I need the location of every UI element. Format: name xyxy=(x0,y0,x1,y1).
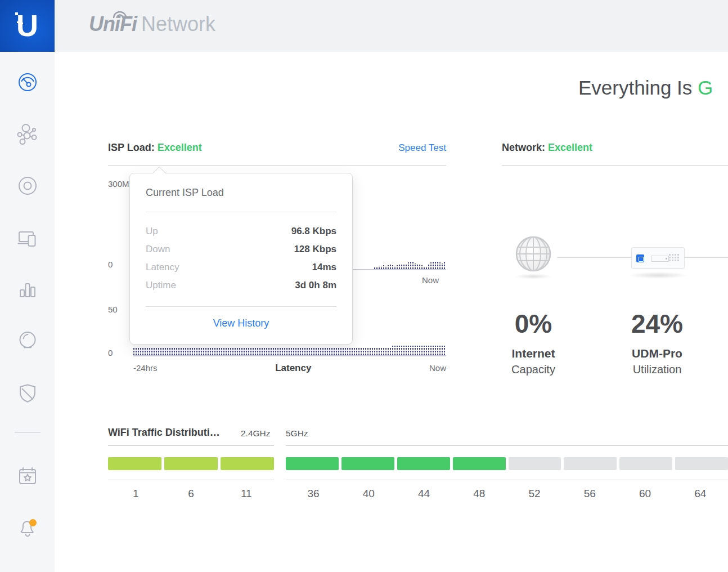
channel-segment-1 xyxy=(108,457,161,470)
channel-label: 64 xyxy=(673,488,728,500)
latency-chart xyxy=(133,343,446,355)
globe-shadow xyxy=(515,274,552,279)
topology-icon xyxy=(16,123,39,146)
band-24ghz-segments xyxy=(108,457,274,470)
isp-section-header: ISP Load: Excellent Speed Test xyxy=(108,142,446,154)
channel-label: 44 xyxy=(397,488,452,500)
logo-pixel xyxy=(15,12,18,15)
sidebar-item-topology[interactable] xyxy=(16,123,39,146)
channel-label: 48 xyxy=(452,488,507,500)
sidebar-nav xyxy=(0,52,55,572)
network-section-header: Network: Excellent xyxy=(502,142,728,154)
latency-start-label: -24hrs xyxy=(133,363,158,373)
channel-segment-48 xyxy=(453,457,506,470)
channel-label: 6 xyxy=(163,488,218,500)
view-history-link[interactable]: View History xyxy=(130,318,352,329)
internet-capacity-stat: 0% Internet Capacity xyxy=(488,309,578,376)
throughput-now-label: Now xyxy=(422,275,439,285)
unifi-u-icon: U xyxy=(16,8,38,43)
status-headline: Everything Is G xyxy=(578,77,728,104)
alerts-bell-icon xyxy=(16,516,39,539)
band-5ghz-topline xyxy=(286,445,728,446)
speed-test-link[interactable]: Speed Test xyxy=(398,142,446,154)
channel-label: 52 xyxy=(507,488,562,500)
network-title: Network: Excellent xyxy=(502,142,592,154)
down-value: 128 Kbps xyxy=(294,244,336,255)
sidebar-item-dashboard[interactable] xyxy=(16,71,39,93)
wan-link-line xyxy=(557,257,631,258)
latency-axis-line xyxy=(133,355,446,356)
latency-chart-title: Latency xyxy=(275,363,311,374)
channel-segment-11 xyxy=(221,457,274,470)
logo-pixel xyxy=(21,23,23,24)
channel-segment-44 xyxy=(397,457,450,470)
app-header: U UniFiNetwork xyxy=(0,0,728,52)
popover-row-latency: Latency 14ms xyxy=(146,260,336,275)
udm-utilization-stat: 24% UDM-Pro Utilization xyxy=(612,309,702,376)
status-headline-text: Everything Is xyxy=(578,77,698,99)
wifi-arcs-icon xyxy=(111,10,128,19)
unifi-logo[interactable]: U xyxy=(0,0,55,52)
channel-label: 11 xyxy=(219,488,274,500)
udm-utilization-name: UDM-Pro xyxy=(612,347,702,360)
sidebar-divider xyxy=(15,432,41,433)
product-wordmark: UniFiNetwork xyxy=(89,12,215,39)
channel-label: 1 xyxy=(108,488,163,500)
band-5ghz-segments xyxy=(286,457,728,470)
sidebar-item-settings[interactable] xyxy=(16,562,39,572)
band-5ghz-label: 5GHz xyxy=(286,428,308,439)
channel-segment-56 xyxy=(564,457,617,470)
view-history-label[interactable]: View History xyxy=(213,318,269,329)
devices-icon xyxy=(16,175,39,197)
isp-load-popover: Current ISP Load Up 96.8 Kbps Down 128 K… xyxy=(129,173,353,345)
lan-link-line xyxy=(685,257,728,258)
channel-label: 60 xyxy=(618,488,673,500)
band-24ghz-topline xyxy=(108,445,274,446)
network-label: Network: xyxy=(502,142,545,153)
statistics-icon xyxy=(16,278,39,300)
band-24ghz-label: 2.4GHz xyxy=(241,428,271,439)
isp-load-label: ISP Load: xyxy=(108,142,155,153)
sidebar-item-security[interactable] xyxy=(16,382,39,404)
latency-axis-min: 0 xyxy=(108,348,113,358)
band-24ghz-channels: 1 6 11 xyxy=(108,488,274,500)
alert-badge-dot xyxy=(29,519,37,526)
dashboard-icon xyxy=(16,71,39,93)
udm-logo-icon xyxy=(636,254,644,262)
clients-icon xyxy=(16,227,39,250)
logo-pixel xyxy=(20,17,22,20)
udm-utilization-sub: Utilization xyxy=(612,363,702,376)
events-calendar-icon xyxy=(16,464,39,487)
channel-segment-64 xyxy=(675,457,728,470)
channel-label: 56 xyxy=(562,488,617,500)
channel-label: 40 xyxy=(341,488,396,500)
insights-icon xyxy=(16,329,39,351)
udm-display xyxy=(651,256,669,262)
down-label: Down xyxy=(146,244,170,255)
latency-label: Latency xyxy=(146,262,179,273)
uptime-label: Uptime xyxy=(146,280,176,291)
internet-capacity-name: Internet xyxy=(488,347,578,360)
sidebar-item-events[interactable] xyxy=(16,464,39,487)
channel-segment-6 xyxy=(164,457,218,470)
latency-axis-max: 50 xyxy=(108,305,118,314)
sidebar-item-alerts[interactable] xyxy=(16,516,39,539)
channel-segment-60 xyxy=(619,457,672,470)
popover-divider xyxy=(146,212,336,212)
internet-globe-icon xyxy=(515,235,552,272)
logo-pixel xyxy=(17,21,19,23)
udm-ports xyxy=(669,254,680,263)
sidebar-item-insights[interactable] xyxy=(16,329,39,351)
sidebar-item-statistics[interactable] xyxy=(16,278,39,300)
channel-label: 36 xyxy=(286,488,341,500)
udm-pro-device-icon xyxy=(631,247,685,269)
sidebar-item-clients[interactable] xyxy=(16,227,39,250)
popover-divider xyxy=(146,306,336,307)
status-headline-highlight: G xyxy=(698,77,713,99)
sidebar-item-devices[interactable] xyxy=(16,175,39,197)
settings-icon xyxy=(16,562,39,572)
band-24ghz-baseline xyxy=(108,480,274,480)
isp-load-status: Excellent xyxy=(158,142,202,153)
popover-row-uptime: Uptime 3d 0h 8m xyxy=(146,278,336,293)
network-header-divider xyxy=(502,165,728,166)
